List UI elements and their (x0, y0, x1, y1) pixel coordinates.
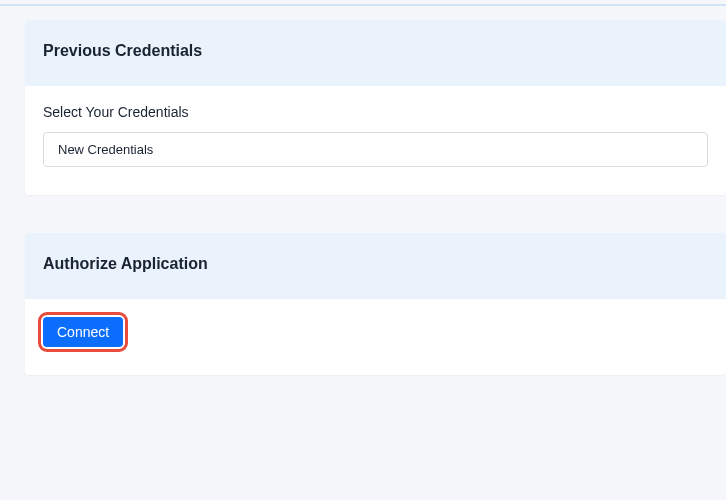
previous-credentials-card: Previous Credentials Select Your Credent… (25, 20, 726, 195)
section-spacer (25, 195, 726, 219)
authorize-application-card: Authorize Application Connect (25, 233, 726, 375)
authorize-application-header: Authorize Application (25, 233, 726, 299)
previous-credentials-body: Select Your Credentials New Credentials (25, 86, 726, 195)
credentials-select-label: Select Your Credentials (43, 104, 708, 120)
previous-credentials-title: Previous Credentials (43, 42, 708, 60)
authorize-application-body: Connect (25, 299, 726, 375)
credentials-select[interactable]: New Credentials (43, 132, 708, 167)
credentials-select-wrap: New Credentials (43, 132, 708, 167)
authorize-application-title: Authorize Application (43, 255, 708, 273)
page-container: Previous Credentials Select Your Credent… (0, 0, 726, 375)
connect-button[interactable]: Connect (43, 317, 123, 347)
top-divider (0, 4, 726, 6)
previous-credentials-header: Previous Credentials (25, 20, 726, 86)
